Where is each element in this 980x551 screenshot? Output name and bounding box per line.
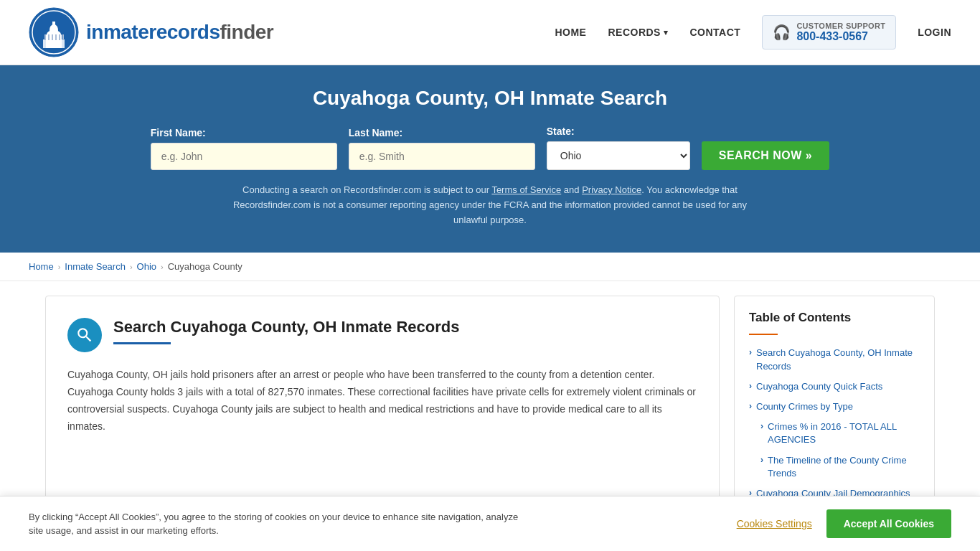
breadcrumb-sep-3: › (161, 263, 164, 271)
toc-item-3: › County Crimes by Type (749, 400, 920, 413)
nav-login[interactable]: LOGIN (918, 27, 951, 38)
article-body: Cuyahoga County, OH jails hold prisoners… (67, 367, 697, 435)
svg-rect-2 (43, 39, 65, 48)
cookie-actions: Cookies Settings Accept All Cookies (737, 509, 951, 537)
support-info: CUSTOMER SUPPORT 800-433-0567 (796, 22, 885, 43)
chevron-right-icon: › (749, 347, 752, 357)
svg-rect-13 (59, 34, 60, 40)
main-content: Search Cuyahoga County, OH Inmate Record… (31, 296, 949, 522)
accept-all-cookies-button[interactable]: Accept All Cookies (826, 509, 951, 537)
breadcrumb: Home › Inmate Search › Ohio › Cuyahoga C… (0, 253, 980, 281)
svg-rect-12 (55, 34, 57, 40)
toc-item-2: › Cuyahoga County Quick Facts (749, 380, 920, 393)
nav-home[interactable]: HOME (555, 27, 586, 38)
main-nav: HOME RECORDS ▾ CONTACT 🎧 CUSTOMER SUPPOR… (555, 15, 951, 50)
svg-rect-14 (62, 34, 64, 40)
search-icon-circle (67, 318, 102, 352)
svg-rect-6 (52, 22, 55, 30)
toc-link-2[interactable]: Cuyahoga County Quick Facts (756, 380, 882, 393)
hero-title: Cuyahoga County, OH Inmate Search (29, 87, 951, 110)
search-form: First Name: Last Name: State: Ohio Alaba… (29, 126, 951, 170)
breadcrumb-inmate-search[interactable]: Inmate Search (65, 261, 126, 272)
disclaimer-text: Conducting a search on Recordsfinder.com… (232, 183, 748, 227)
first-name-input[interactable] (151, 143, 337, 170)
first-name-group: First Name: (151, 127, 337, 170)
last-name-group: Last Name: (349, 127, 535, 170)
state-group: State: Ohio Alabama Alaska California Fl… (547, 126, 690, 170)
logo[interactable]: inmaterecordsfinder (29, 7, 273, 57)
headset-icon: 🎧 (773, 24, 791, 41)
cookie-banner: By clicking “Accept All Cookies”, you ag… (0, 496, 980, 537)
chevron-down-icon: ▾ (664, 28, 669, 37)
breadcrumb-county: Cuyahoga County (168, 261, 242, 272)
article-title: Search Cuyahoga County, OH Inmate Record… (113, 318, 459, 336)
toc-divider (749, 334, 778, 335)
toc-box: Table of Contents › Search Cuyahoga Coun… (734, 296, 935, 522)
toc-link-4[interactable]: Crimes % in 2016 - TOTAL ALL AGENCIES (768, 420, 920, 446)
breadcrumb-ohio[interactable]: Ohio (137, 261, 156, 272)
cookie-text: By clicking “Accept All Cookies”, you ag… (29, 510, 531, 537)
search-icon (75, 326, 94, 344)
logo-text: inmaterecordsfinder (86, 21, 273, 44)
toc-link-1[interactable]: Search Cuyahoga County, OH Inmate Record… (756, 347, 920, 372)
nav-contact[interactable]: CONTACT (689, 27, 740, 38)
state-select[interactable]: Ohio Alabama Alaska California Florida N… (547, 141, 690, 170)
article-title-area: Search Cuyahoga County, OH Inmate Record… (113, 318, 459, 344)
customer-support-box: 🎧 CUSTOMER SUPPORT 800-433-0567 (762, 15, 896, 50)
breadcrumb-sep-1: › (58, 263, 61, 271)
title-underline (113, 342, 171, 344)
toc-item-4: › Crimes % in 2016 - TOTAL ALL AGENCIES (760, 420, 920, 446)
svg-rect-8 (62, 39, 65, 48)
search-button[interactable]: SEARCH NOW » (702, 141, 829, 170)
logo-icon (29, 7, 79, 57)
nav-records[interactable]: RECORDS ▾ (608, 27, 668, 38)
toc-item-5: › The Timeline of the County Crime Trend… (760, 454, 920, 480)
svg-rect-10 (48, 34, 50, 40)
tos-link[interactable]: Terms of Service (491, 184, 561, 195)
breadcrumb-sep-2: › (130, 263, 133, 271)
chevron-right-icon: › (760, 421, 763, 431)
chevron-right-icon: › (760, 455, 763, 465)
chevron-right-icon: › (749, 381, 752, 391)
toc-item-1: › Search Cuyahoga County, OH Inmate Reco… (749, 347, 920, 372)
toc-link-3[interactable]: County Crimes by Type (756, 400, 853, 413)
breadcrumb-home[interactable]: Home (29, 261, 54, 272)
svg-rect-9 (44, 34, 46, 40)
article-section: Search Cuyahoga County, OH Inmate Record… (45, 296, 720, 522)
svg-rect-7 (43, 39, 46, 48)
site-header: inmaterecordsfinder HOME RECORDS ▾ CONTA… (0, 0, 980, 65)
privacy-link[interactable]: Privacy Notice (582, 184, 641, 195)
article-header: Search Cuyahoga County, OH Inmate Record… (67, 318, 697, 352)
state-label: State: (547, 126, 575, 137)
last-name-input[interactable] (349, 143, 535, 170)
toc-link-5[interactable]: The Timeline of the County Crime Trends (768, 454, 920, 480)
toc-title: Table of Contents (749, 311, 920, 325)
cookies-settings-button[interactable]: Cookies Settings (737, 518, 812, 529)
hero-section: Cuyahoga County, OH Inmate Search First … (0, 65, 980, 253)
svg-rect-11 (52, 34, 53, 40)
last-name-label: Last Name: (349, 127, 402, 138)
chevron-right-icon: › (749, 401, 752, 411)
table-of-contents: Table of Contents › Search Cuyahoga Coun… (734, 296, 935, 522)
first-name-label: First Name: (151, 127, 206, 138)
